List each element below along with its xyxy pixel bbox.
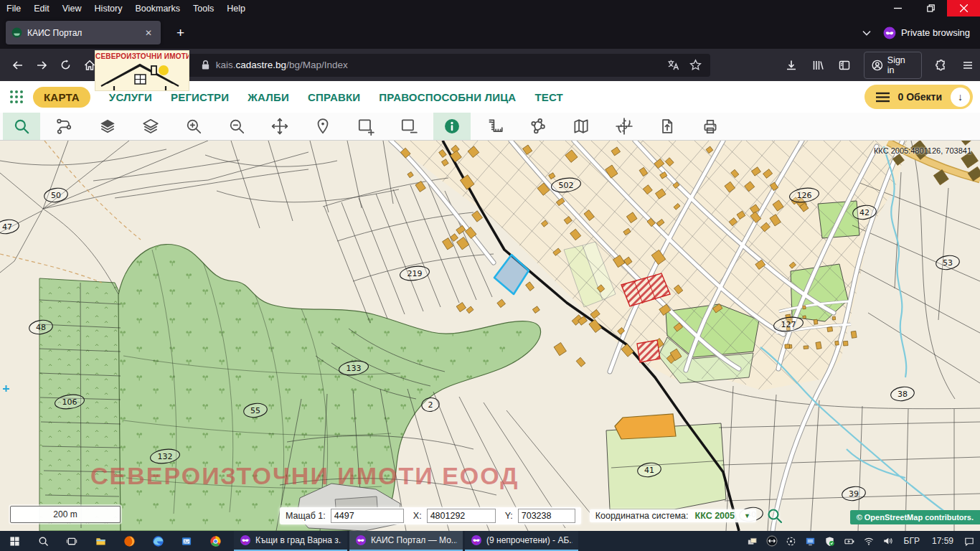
scale-input[interactable] (331, 509, 404, 523)
taskbar-window-button[interactable]: (9 непрочетени) - АБ... (465, 531, 578, 551)
taskbar-window-button[interactable]: Къщи в град Варна з... (234, 531, 347, 551)
tool-share-icon[interactable] (519, 113, 557, 140)
edge-icon[interactable] (143, 531, 172, 551)
osm-attribution[interactable]: © OpenStreetMap contributors. (850, 510, 980, 524)
tool-info-icon[interactable] (433, 113, 471, 140)
tab-close-icon[interactable]: ✕ (142, 27, 155, 39)
svg-text:106: 106 (62, 397, 77, 407)
chrome-icon[interactable] (201, 531, 230, 551)
site-nav-item[interactable]: УСЛУГИ (109, 91, 152, 103)
start-button[interactable] (0, 531, 29, 551)
x-input[interactable] (427, 509, 496, 523)
svg-text:47: 47 (2, 222, 12, 232)
tool-search-icon[interactable] (3, 113, 40, 140)
taskbar: Къщи в град Варна з...КАИС Портал — Мо..… (0, 531, 980, 551)
minimize-button[interactable] (881, 0, 914, 17)
menu-item-file[interactable]: File (0, 0, 27, 17)
tray-windows-icon[interactable] (746, 534, 759, 547)
menu-item-edit[interactable]: Edit (27, 0, 56, 17)
photos-app-icon[interactable] (172, 531, 201, 551)
tray-wifi-icon[interactable] (862, 534, 875, 547)
tool-location-icon[interactable] (304, 113, 341, 140)
forward-button[interactable] (29, 55, 53, 76)
downloads-icon[interactable] (779, 55, 803, 76)
action-center-icon[interactable] (963, 534, 976, 547)
svg-text:55: 55 (250, 406, 260, 415)
tool-select-minus-icon[interactable] (390, 113, 428, 140)
tab-kais-portal[interactable]: КАИС Портал ✕ (6, 21, 161, 44)
account-icon (872, 60, 883, 71)
taskbar-window-button[interactable]: КАИС Портал — Мо... (349, 531, 463, 551)
tool-pan-icon[interactable] (261, 113, 298, 140)
file-explorer-icon[interactable] (86, 531, 115, 551)
site-nav-item[interactable]: ПРАВОСПОСОБНИ ЛИЦА (379, 91, 516, 103)
restricted-parcel-small[interactable] (637, 340, 660, 362)
tray-teamviewer-icon[interactable] (765, 534, 778, 547)
highlighted-parcel[interactable] (615, 414, 676, 439)
lock-icon[interactable] (201, 60, 210, 70)
menu-item-bookmarks[interactable]: Bookmarks (128, 0, 187, 17)
objects-expand-button[interactable]: ↓ (951, 88, 970, 107)
tray-security-icon[interactable] (824, 534, 837, 547)
site-nav-item[interactable]: КАРТА (33, 87, 90, 108)
menu-item-help[interactable]: Help (220, 0, 252, 17)
extensions-icon[interactable] (929, 55, 953, 76)
agency-logo-title: СЕВЕРОИЗТОЧНИ ИМОТИ (95, 52, 189, 60)
objects-button[interactable]: 0 Обекти ↓ (864, 85, 973, 109)
taskbar-search-icon[interactable] (29, 531, 57, 551)
tool-print-icon[interactable] (692, 113, 729, 140)
svg-text:219: 219 (407, 269, 423, 278)
task-view-icon[interactable] (57, 531, 86, 551)
map-search-icon[interactable] (766, 507, 783, 524)
menu-item-history[interactable]: History (88, 0, 129, 17)
new-tab-button[interactable]: + (171, 25, 190, 41)
reload-button[interactable] (54, 55, 77, 76)
tray-volume-icon[interactable] (882, 534, 895, 547)
tool-axes-icon[interactable] (606, 113, 643, 140)
tray-battery-icon[interactable] (843, 534, 856, 547)
site-nav-item[interactable]: РЕГИСТРИ (171, 91, 229, 103)
map-toolbar (0, 113, 980, 141)
tab-bar: КАИС Портал ✕ + Private browsing (0, 17, 980, 49)
site-nav-item[interactable]: ТЕСТ (534, 91, 563, 103)
back-button[interactable] (6, 55, 29, 76)
tool-zoom-in-icon[interactable] (175, 113, 212, 140)
bookmark-star-icon[interactable] (689, 59, 702, 71)
tray-display-icon[interactable] (804, 534, 817, 547)
restore-button[interactable] (914, 0, 947, 17)
menu-hamburger-icon[interactable] (956, 55, 980, 76)
sign-in-button[interactable]: Sign in (864, 52, 922, 79)
tool-export-icon[interactable] (649, 113, 686, 140)
site-nav-item[interactable]: ЖАЛБИ (248, 91, 289, 103)
clock[interactable]: 17:59 (929, 536, 956, 546)
url-bar[interactable]: kais.cadastre.bg/bg/Map/Index (106, 54, 710, 77)
apps-grid-icon[interactable] (9, 89, 24, 105)
svg-text:48: 48 (36, 323, 46, 332)
tool-route-icon[interactable] (46, 113, 83, 140)
crs-label: Координатна система: (595, 511, 689, 521)
tool-map-sheet-icon[interactable] (562, 113, 600, 140)
translate-icon[interactable] (667, 59, 679, 71)
list-tabs-chevron-icon[interactable] (862, 28, 872, 38)
url-text: kais.cadastre.bg/bg/Map/Index (216, 60, 348, 70)
tool-layers-filled-icon[interactable] (89, 113, 126, 140)
tray-cast-icon[interactable] (785, 534, 798, 547)
crs-dropdown[interactable]: ККС 2005 (695, 511, 735, 521)
tool-select-plus-icon[interactable] (347, 113, 385, 140)
tool-zoom-out-icon[interactable] (218, 113, 255, 140)
firefox-icon[interactable] (115, 531, 143, 551)
tool-layers-icon[interactable] (132, 113, 169, 140)
crs-caret-icon[interactable]: ▼ (744, 512, 750, 519)
library-icon[interactable] (806, 55, 829, 76)
y-input[interactable] (518, 509, 575, 523)
tool-measure-icon[interactable] (476, 113, 514, 140)
site-nav-item[interactable]: СПРАВКИ (308, 91, 360, 103)
close-button[interactable] (947, 0, 980, 17)
svg-text:133: 133 (347, 364, 362, 373)
language-indicator[interactable]: БГР (901, 536, 923, 546)
svg-text:53: 53 (943, 258, 953, 268)
sidebar-toggle-icon[interactable] (833, 55, 857, 76)
menu-item-tools[interactable]: Tools (187, 0, 220, 17)
menu-item-view[interactable]: View (56, 0, 88, 17)
scale-label: Мащаб 1: (286, 511, 326, 521)
